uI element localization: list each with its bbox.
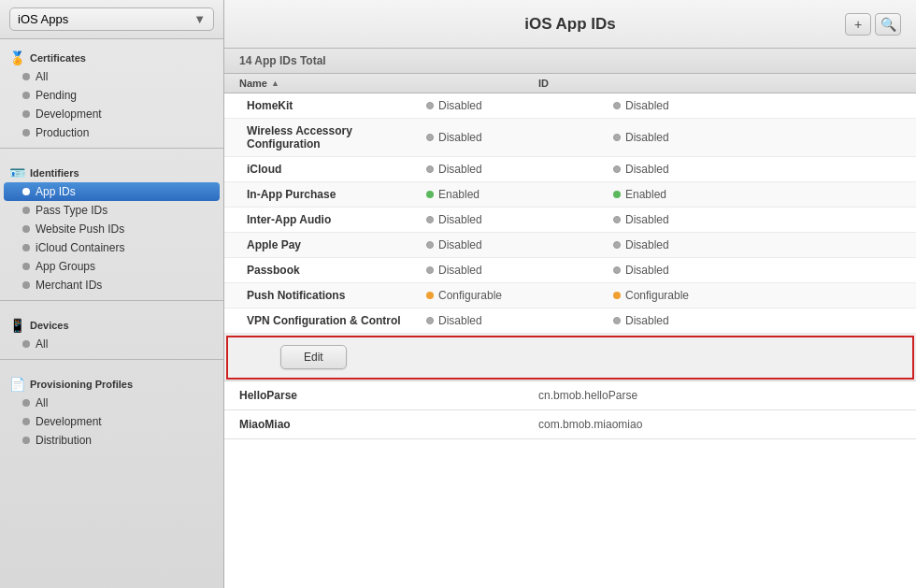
capability-name: iCloud — [239, 163, 426, 176]
sidebar-item-pp-all[interactable]: All — [0, 394, 223, 412]
capability-status-2: Configurable — [613, 289, 901, 302]
add-button[interactable]: + — [845, 13, 871, 36]
capability-status-1: Disabled — [426, 238, 613, 251]
divider — [0, 359, 223, 360]
col-name-header: Name ▲ — [239, 78, 538, 89]
capability-status-2: Disabled — [613, 264, 901, 277]
edit-button[interactable]: Edit — [280, 345, 347, 369]
status-dot-icon — [426, 134, 434, 141]
table-row[interactable]: MiaoMiao com.bmob.miaomiao — [224, 410, 916, 439]
status-label: Disabled — [438, 238, 482, 251]
status-dot-icon — [426, 292, 434, 299]
dot-icon — [22, 188, 30, 195]
capability-status-1: Disabled — [426, 99, 613, 112]
sidebar-item-label: Development — [36, 415, 102, 428]
sidebar-item-pp-development[interactable]: Development — [0, 412, 223, 431]
capability-status-1: Disabled — [426, 314, 613, 327]
sidebar-item-label: Pass Type IDs — [36, 204, 107, 217]
status-label: Disabled — [625, 99, 669, 112]
sidebar-item-label: Distribution — [36, 434, 92, 447]
capability-row: VPN Configuration & Control Disabled Dis… — [224, 308, 916, 334]
ios-apps-label: iOS Apps — [18, 12, 68, 26]
main-header: iOS App IDs + 🔍 — [224, 0, 916, 49]
dot-icon — [22, 263, 30, 270]
dot-icon — [22, 244, 30, 251]
status-dot-icon — [613, 266, 621, 274]
provisioning-profiles-section-title: 📄 Provisioning Profiles — [0, 373, 223, 394]
status-label: Disabled — [625, 264, 669, 277]
sidebar-item-app-groups[interactable]: App Groups — [0, 257, 223, 276]
status-dot-icon — [613, 165, 621, 173]
devices-label: Devices — [30, 320, 69, 331]
capability-status-1: Disabled — [426, 213, 613, 226]
status-dot-icon — [426, 241, 434, 249]
sidebar-item-website-push-ids[interactable]: Website Push IDs — [0, 220, 223, 238]
table-row[interactable]: HelloParse cn.bmob.helloParse — [224, 381, 916, 410]
chevron-down-icon: ▼ — [193, 12, 206, 26]
capability-name: Push Notifications — [239, 289, 426, 302]
sidebar-item-cert-production[interactable]: Production — [0, 123, 223, 142]
capability-row: iCloud Disabled Disabled — [224, 157, 916, 182]
page-title: iOS App IDs — [524, 15, 616, 34]
dot-icon — [22, 340, 30, 348]
divider — [0, 300, 223, 301]
sidebar-item-icloud-containers[interactable]: iCloud Containers — [0, 238, 223, 257]
dot-icon — [22, 225, 30, 233]
sidebar-item-cert-all[interactable]: All — [0, 67, 223, 86]
profile-icon: 📄 — [9, 377, 25, 392]
capability-status-2: Disabled — [613, 163, 901, 176]
dot-icon — [22, 437, 30, 444]
provisioning-profiles-label: Provisioning Profiles — [30, 379, 133, 390]
divider — [0, 148, 223, 149]
app-name: MiaoMiao — [239, 418, 538, 431]
ios-apps-selector[interactable]: iOS Apps ▼ — [9, 7, 214, 31]
status-dot-icon — [613, 216, 621, 223]
devices-section-title: 📱 Devices — [0, 314, 223, 335]
identifiers-section-title: 🪪 Identifiers — [0, 162, 223, 182]
capability-name: HomeKit — [239, 99, 426, 112]
app-name: HelloParse — [239, 389, 538, 402]
capability-name: In-App Purchase — [239, 188, 426, 201]
sidebar-item-devices-all[interactable]: All — [0, 335, 223, 353]
status-dot-icon — [613, 134, 621, 141]
provisioning-profiles-section: 📄 Provisioning Profiles All Development … — [0, 373, 223, 450]
sidebar-item-cert-pending[interactable]: Pending — [0, 86, 223, 105]
app-id: cn.bmob.helloParse — [538, 389, 901, 402]
capability-status-1: Disabled — [426, 264, 613, 277]
status-dot-icon — [613, 292, 621, 299]
name-col-label: Name — [239, 78, 267, 89]
sidebar-item-pass-type-ids[interactable]: Pass Type IDs — [0, 201, 223, 220]
status-label: Disabled — [438, 131, 482, 144]
sidebar-item-label: Merchant IDs — [36, 279, 102, 292]
identifiers-section: 🪪 Identifiers App IDs Pass Type IDs Webs… — [0, 162, 223, 294]
status-label: Disabled — [625, 238, 669, 251]
dot-icon — [22, 418, 30, 425]
dot-icon — [22, 92, 30, 99]
status-label: Disabled — [438, 99, 482, 112]
sidebar-header: iOS Apps ▼ — [0, 0, 223, 39]
sidebar-item-pp-distribution[interactable]: Distribution — [0, 431, 223, 450]
certificate-icon: 🏅 — [9, 50, 25, 65]
capability-row: Wireless AccessoryConfiguration Disabled… — [224, 119, 916, 157]
col-id-header: ID — [538, 78, 901, 89]
sidebar-item-merchant-ids[interactable]: Merchant IDs — [0, 276, 223, 294]
capability-status-2: Disabled — [613, 131, 901, 144]
search-button[interactable]: 🔍 — [875, 13, 901, 36]
status-label: Enabled — [625, 188, 666, 201]
capability-status-1: Enabled — [426, 188, 613, 201]
status-dot-icon — [426, 266, 434, 274]
status-label: Disabled — [625, 314, 669, 327]
sidebar-item-app-ids[interactable]: App IDs — [4, 182, 220, 201]
capability-row: Apple Pay Disabled Disabled — [224, 233, 916, 258]
sidebar-item-label: All — [36, 396, 48, 409]
status-label: Disabled — [438, 314, 482, 327]
sidebar-item-label: All — [36, 70, 48, 83]
capability-name: Wireless AccessoryConfiguration — [239, 124, 426, 151]
status-label: Disabled — [625, 163, 669, 176]
dot-icon — [22, 399, 30, 407]
table-header: Name ▲ ID — [224, 74, 916, 93]
status-dot-icon — [613, 102, 621, 109]
sidebar-item-cert-development[interactable]: Development — [0, 105, 223, 123]
devices-section: 📱 Devices All — [0, 314, 223, 353]
capability-status-2: Enabled — [613, 188, 901, 201]
